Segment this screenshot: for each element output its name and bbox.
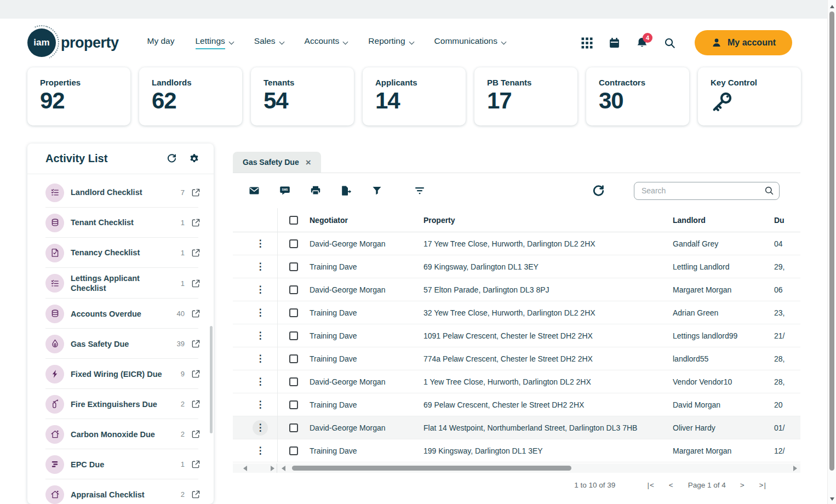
activity-item-tenant-checklist[interactable]: Tenant Checklist 1 <box>27 208 214 238</box>
filter-lines-icon[interactable] <box>414 185 426 196</box>
activity-item-accounts-overdue[interactable]: Accounts Overdue 40 <box>27 299 214 329</box>
scroll-right-arrow-icon[interactable] <box>793 466 797 471</box>
row-menu-kebab-icon[interactable]: ⋮ <box>253 282 268 297</box>
activity-item-gas-safety-due[interactable]: Gas Safety Due 39 <box>27 329 214 359</box>
activity-item-tenancy-checklist[interactable]: Tenancy Checklist 1 <box>27 238 214 268</box>
external-link-icon[interactable] <box>191 369 201 379</box>
row-checkbox[interactable] <box>289 239 298 248</box>
activity-item-landlord-checklist[interactable]: Landlord Checklist 7 <box>27 177 214 208</box>
scrollbar-thumb[interactable] <box>829 12 834 471</box>
external-link-icon[interactable] <box>191 429 201 439</box>
column-header-property[interactable]: Property <box>423 216 455 225</box>
table-row[interactable]: ⋮ David-George Morgan 1 Yew Tree Close, … <box>233 370 800 393</box>
search-icon[interactable] <box>764 186 774 198</box>
nav-item-my-day[interactable]: My day <box>147 36 175 49</box>
scroll-right-arrow-icon[interactable] <box>271 466 274 471</box>
row-checkbox[interactable] <box>289 446 298 455</box>
stat-card-contractors[interactable]: Contractors 30 <box>586 67 689 125</box>
nav-item-communications[interactable]: Communications <box>434 36 506 49</box>
select-all-checkbox[interactable] <box>289 216 298 225</box>
activity-item-epc-due[interactable]: EPC Due 1 <box>27 449 214 479</box>
close-icon[interactable]: × <box>306 158 311 167</box>
external-link-icon[interactable] <box>191 339 201 348</box>
search-input[interactable] <box>634 182 780 200</box>
table-row[interactable]: ⋮ Training Dave 32 Yew Tree Close, Hurwo… <box>233 301 800 324</box>
page-vertical-scrollbar[interactable] <box>827 0 836 504</box>
main-columns-scrollbar[interactable] <box>277 463 800 473</box>
row-menu-kebab-icon[interactable]: ⋮ <box>253 420 268 436</box>
row-menu-kebab-icon[interactable]: ⋮ <box>253 397 268 413</box>
filter-icon[interactable] <box>371 185 382 196</box>
row-menu-kebab-icon[interactable]: ⋮ <box>253 374 268 390</box>
nav-item-lettings[interactable]: Lettings <box>196 36 233 49</box>
stat-card-properties[interactable]: Properties 92 <box>27 67 130 125</box>
stat-card-tenants[interactable]: Tenants 54 <box>251 67 354 125</box>
row-menu-kebab-icon[interactable]: ⋮ <box>253 351 268 366</box>
row-checkbox[interactable] <box>289 354 298 363</box>
brand-logo[interactable]: iam property <box>27 28 119 57</box>
table-row[interactable]: ⋮ David-George Morgan 57 Elton Parade, D… <box>233 278 800 301</box>
column-header-negotiator[interactable]: Negotiator <box>310 216 348 225</box>
column-header-due-date[interactable]: Du <box>774 216 785 225</box>
external-link-icon[interactable] <box>191 218 201 227</box>
scrollbar-thumb[interactable] <box>292 466 571 471</box>
scroll-up-arrow-icon[interactable] <box>830 5 834 8</box>
email-icon[interactable] <box>249 185 260 196</box>
row-menu-kebab-icon[interactable]: ⋮ <box>253 236 268 251</box>
row-checkbox[interactable] <box>289 262 298 271</box>
first-page-button[interactable]: |< <box>647 481 654 489</box>
print-icon[interactable] <box>310 185 321 196</box>
gear-icon[interactable] <box>189 153 199 164</box>
external-link-icon[interactable] <box>191 309 201 318</box>
refresh-icon[interactable] <box>592 185 605 197</box>
sms-icon[interactable]: SMS <box>279 185 290 196</box>
scrollbar-track[interactable] <box>289 466 790 471</box>
activity-item-lettings-applicant-checklist[interactable]: Lettings Applicant Checklist 1 <box>27 268 214 299</box>
row-checkbox[interactable] <box>289 423 298 432</box>
calendar-icon[interactable] <box>609 37 620 49</box>
column-header-landlord[interactable]: Landlord <box>673 216 706 225</box>
scroll-down-arrow-icon[interactable] <box>830 497 834 501</box>
scroll-left-arrow-icon[interactable] <box>282 466 285 471</box>
stat-card-applicants[interactable]: Applicants 14 <box>363 67 466 125</box>
export-icon[interactable] <box>341 185 352 196</box>
external-link-icon[interactable] <box>191 279 201 288</box>
nav-item-sales[interactable]: Sales <box>254 36 284 49</box>
table-row[interactable]: ⋮ Training Dave 69 Pelaw Crescent, Chest… <box>233 393 800 416</box>
activity-item-fixed-wiring-eicr-due[interactable]: Fixed Wiring (EICR) Due 9 <box>27 359 214 389</box>
stat-card-landlords[interactable]: Landlords 62 <box>139 67 242 125</box>
row-menu-kebab-icon[interactable]: ⋮ <box>253 259 268 274</box>
external-link-icon[interactable] <box>191 248 201 257</box>
tab-gas-safety-due[interactable]: Gas Safety Due × <box>233 152 321 173</box>
table-row[interactable]: ⋮ David-George Morgan Flat 14 Westpoint,… <box>233 416 800 439</box>
bell-icon[interactable]: 4 <box>636 37 648 49</box>
row-menu-kebab-icon[interactable]: ⋮ <box>253 305 268 320</box>
refresh-icon[interactable] <box>167 153 177 164</box>
activity-scrollbar-thumb[interactable] <box>210 326 213 433</box>
row-checkbox[interactable] <box>289 285 298 294</box>
table-row[interactable]: ⋮ Training Dave 774a Pelaw Crescent, Che… <box>233 347 800 370</box>
scroll-left-arrow-icon[interactable] <box>243 466 247 471</box>
external-link-icon[interactable] <box>191 399 201 409</box>
row-menu-kebab-icon[interactable]: ⋮ <box>253 328 268 343</box>
table-row[interactable]: ⋮ David-George Morgan 17 Yew Tree Close,… <box>233 232 800 255</box>
activity-item-carbon-monoxide-due[interactable]: Carbon Monoxide Due 2 <box>27 419 214 449</box>
activity-item-appraisal-checklist[interactable]: Appraisal Checklist 2 <box>27 479 214 504</box>
nav-item-reporting[interactable]: Reporting <box>368 36 413 49</box>
external-link-icon[interactable] <box>191 460 201 469</box>
apps-grid-icon[interactable] <box>581 37 593 49</box>
row-checkbox[interactable] <box>289 331 298 340</box>
my-account-button[interactable]: My account <box>695 30 792 55</box>
search-icon[interactable] <box>664 37 675 49</box>
pinned-columns-scrollbar[interactable] <box>241 463 277 473</box>
stat-card-pb-tenants[interactable]: PB Tenants 17 <box>474 67 577 125</box>
external-link-icon[interactable] <box>191 490 201 499</box>
row-checkbox[interactable] <box>289 377 298 386</box>
table-row[interactable]: ⋮ Training Dave 1091 Pelaw Crescent, Che… <box>233 324 800 347</box>
stat-card-key-control[interactable]: Key Control <box>698 67 801 125</box>
table-row[interactable]: ⋮ Training Dave 69 Kingsway, Darlington … <box>233 255 800 278</box>
row-menu-kebab-icon[interactable]: ⋮ <box>253 443 268 459</box>
row-checkbox[interactable] <box>289 400 298 409</box>
prev-page-button[interactable]: < <box>669 481 674 489</box>
table-horizontal-scrollbar[interactable] <box>233 463 800 473</box>
